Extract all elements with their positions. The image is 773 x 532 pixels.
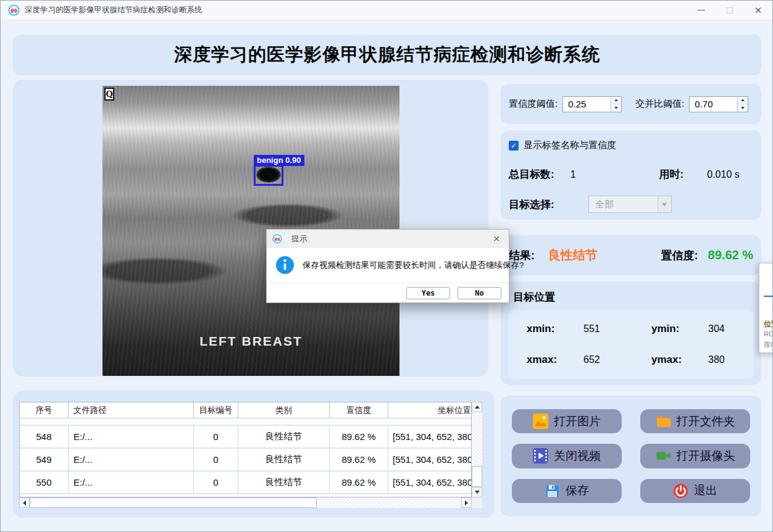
scroll-right-button[interactable] — [461, 497, 472, 508]
dialog-titlebar: 提示 ✕ — [267, 230, 509, 248]
col-header-coordinates[interactable]: 坐标位置 — [388, 402, 471, 418]
show-labels-checkbox[interactable]: ✓ — [509, 141, 519, 151]
total-targets-value: 1 — [570, 169, 576, 180]
titlebar: 深度学习的医学影像甲状腺结节病症检测和诊断系统 ✕ — [1, 1, 772, 20]
iou-threshold-input[interactable] — [690, 97, 737, 112]
iou-threshold-spinbox[interactable] — [689, 96, 748, 112]
conf-threshold-spinbox[interactable] — [562, 96, 622, 112]
detection-info-card: ✓ 显示标签名称与置信度 总目标数: 1 用时: 0.010 s 目标选择: 全… — [501, 130, 761, 220]
col-header-filepath[interactable]: 文件路径 — [69, 402, 194, 418]
table-horizontal-scrollbar[interactable] — [19, 497, 472, 508]
open-camera-button[interactable]: 打开摄像头 — [640, 444, 750, 468]
confidence-label: 置信度: — [661, 248, 698, 263]
col-header-class[interactable]: 类别 — [238, 402, 330, 418]
spin-down-icon — [614, 107, 618, 109]
save-label: 保存 — [566, 483, 589, 499]
xmin-value: 551 — [583, 323, 651, 335]
dropdown-arrow-button[interactable] — [658, 196, 671, 212]
vertical-scroll-thumb[interactable] — [472, 466, 482, 487]
exit-button[interactable]: 退出 — [640, 479, 750, 503]
tooltip-rgb-label: RGB — [764, 330, 773, 338]
close-video-label: 关闭视频 — [554, 448, 601, 464]
col-header-target-id[interactable]: 目标编号 — [194, 402, 238, 418]
open-image-label: 打开图片 — [554, 414, 601, 430]
open-folder-label: 打开文件夹 — [677, 414, 735, 430]
save-icon — [545, 483, 560, 499]
table-row[interactable]: 550 E:/... 0 良性结节 89.62 % [551, 304, 652… — [20, 472, 471, 494]
yes-button[interactable]: Yes — [406, 287, 450, 299]
col-header-confidence[interactable]: 置信度 — [330, 402, 388, 418]
target-position-card: 目标位置 xmin: 551 ymin: 304 xmax: 652 ymax:… — [501, 281, 761, 385]
conf-spin-up-button[interactable] — [611, 97, 621, 105]
close-icon: ✕ — [754, 6, 763, 15]
scroll-left-button[interactable] — [19, 497, 30, 508]
cell-class: 良性结节 — [238, 449, 330, 470]
ymax-label: ymax: — [651, 354, 708, 366]
window-title: 深度学习的医学影像甲状腺结节病症检测和诊断系统 — [25, 5, 203, 15]
cell-confidence: 89.62 % — [330, 472, 388, 493]
horizontal-scroll-track[interactable] — [317, 497, 461, 508]
close-button[interactable]: ✕ — [744, 1, 772, 20]
open-folder-button[interactable]: 打开文件夹 — [640, 409, 750, 433]
conf-spin-down-button[interactable] — [611, 104, 621, 112]
header-banner: 深度学习的医学影像甲状腺结节病症检测和诊断系统 — [13, 35, 761, 75]
cell-target-id: 0 — [194, 449, 238, 470]
ymin-label: ymin: — [651, 323, 708, 335]
xmax-label: xmax: — [527, 354, 583, 366]
target-select-dropdown[interactable]: 全部 — [588, 196, 672, 213]
cell-coordinates: [551, 304, 652, 380] — [388, 472, 471, 493]
scroll-up-button[interactable] — [472, 402, 482, 412]
target-select-value: 全部 — [589, 199, 658, 210]
minimize-icon — [698, 10, 705, 10]
col-header-index[interactable]: 序号 — [20, 402, 69, 418]
vertical-scroll-track[interactable] — [472, 412, 482, 487]
maximize-button[interactable] — [716, 1, 744, 20]
conf-threshold-input[interactable] — [563, 97, 611, 112]
no-button[interactable]: No — [458, 287, 501, 299]
vendor-logo-mark: Q — [104, 88, 114, 101]
image-caption: LEFT BREAST — [102, 334, 399, 349]
spin-down-icon — [741, 107, 745, 109]
cell-index: 549 — [20, 449, 69, 470]
cell-index: 548 — [20, 426, 69, 447]
dialog-title: 提示 — [291, 233, 307, 244]
table-row[interactable]: 548 E:/... 0 良性结节 89.62 % [551, 304, 652… — [20, 426, 471, 449]
cell-target-id: 0 — [194, 426, 238, 447]
tooltip-divider — [764, 296, 773, 297]
horizontal-scroll-thumb[interactable] — [30, 497, 317, 508]
cell-coordinates: [551, 304, 652, 380] — [388, 426, 471, 447]
chevron-down-icon — [662, 203, 667, 206]
scroll-down-button[interactable] — [472, 487, 482, 497]
conf-threshold-label: 置信度阈值: — [509, 98, 558, 110]
page-title: 深度学习的医学影像甲状腺结节病症检测和诊断系统 — [174, 43, 600, 67]
table-vertical-scrollbar[interactable] — [472, 402, 482, 497]
cell-filepath: E:/... — [69, 426, 194, 447]
minimize-button[interactable] — [687, 1, 716, 20]
elapsed-time-label: 用时: — [659, 167, 684, 181]
close-video-button[interactable]: 关闭视频 — [512, 444, 622, 468]
dialog-buttons: Yes No — [267, 283, 509, 303]
open-image-button[interactable]: 打开图片 — [512, 409, 622, 433]
result-card: 结果: 良性结节 置信度: 89.62 % — [501, 235, 761, 275]
dialog-close-button[interactable]: ✕ — [490, 234, 503, 244]
folder-icon — [656, 414, 671, 429]
elapsed-time-value: 0.010 s — [707, 169, 739, 180]
cell-class: 良性结节 — [238, 426, 330, 447]
maximize-icon — [727, 7, 733, 14]
app-icon — [8, 4, 20, 16]
confirm-dialog: 提示 ✕ 保存视频检测结果可能需要较长时间，请确认是否继续保存? Yes No — [266, 229, 509, 303]
iou-spin-down-button[interactable] — [738, 104, 748, 112]
target-position-title: 目标位置 — [513, 290, 555, 304]
save-button[interactable]: 保存 — [512, 479, 622, 503]
target-select-label: 目标选择: — [509, 197, 554, 212]
camera-icon — [656, 448, 671, 463]
cell-coordinates: [551, 304, 652, 380] — [388, 449, 471, 470]
xmin-label: xmin: — [527, 323, 583, 335]
table-header-row: 序号 文件路径 目标编号 类别 置信度 坐标位置 — [20, 402, 471, 418]
table-row[interactable]: 549 E:/... 0 良性结节 89.62 % [551, 304, 652… — [20, 449, 471, 472]
arrow-down-icon — [475, 491, 480, 494]
info-icon — [276, 256, 294, 274]
image-icon — [533, 414, 548, 429]
cell-target-id: 0 — [194, 472, 238, 493]
iou-spin-up-button[interactable] — [738, 97, 748, 105]
